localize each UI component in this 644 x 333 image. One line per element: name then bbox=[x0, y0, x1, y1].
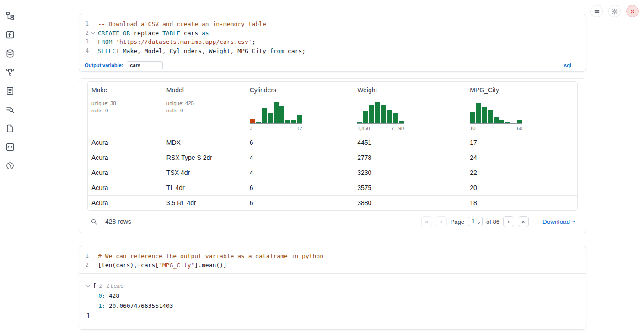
output-variable-label: Output variable: bbox=[85, 63, 123, 68]
datasources-panel-button[interactable] bbox=[4, 48, 16, 59]
code-line: 1# We can reference the output variable … bbox=[79, 252, 586, 261]
column-header[interactable]: MPG_City1060 bbox=[467, 82, 577, 135]
table-cell: Acura bbox=[88, 150, 164, 165]
table-cell: 4 bbox=[247, 150, 354, 165]
data-table: Makeunique: 38nulls: 0Modelunique: 425nu… bbox=[87, 81, 578, 211]
hist-bar[interactable] bbox=[250, 119, 255, 123]
code-line: 1-- Download a CSV and create an in-memo… bbox=[79, 20, 586, 29]
histogram-axis-labels: 1060 bbox=[470, 126, 522, 131]
code-text: CREATE OR replace TABLE cars as bbox=[98, 29, 586, 38]
settings-button[interactable] bbox=[608, 5, 621, 17]
close-icon bbox=[629, 8, 636, 15]
hist-bar[interactable] bbox=[274, 102, 279, 123]
document-icon bbox=[5, 124, 15, 133]
items-count: 2 Items bbox=[99, 281, 124, 291]
histogram: 1,8507,190 bbox=[357, 102, 464, 131]
table-cell: 6 bbox=[247, 135, 354, 150]
column-stats: unique: 425nulls: 0 bbox=[166, 100, 244, 114]
hist-bar[interactable] bbox=[387, 110, 392, 123]
sql-code-editor[interactable]: 1-- Download a CSV and create an in-memo… bbox=[79, 14, 586, 59]
first-page-button[interactable]: « bbox=[421, 216, 432, 227]
line-number: 2 bbox=[79, 261, 89, 270]
table-cell: RSX Type S 2dr bbox=[164, 150, 247, 165]
hist-bar[interactable] bbox=[399, 121, 404, 123]
hist-bar[interactable] bbox=[262, 108, 267, 123]
histogram-axis-labels: 1,8507,190 bbox=[357, 126, 404, 131]
hist-bar[interactable] bbox=[494, 117, 499, 123]
hist-bar[interactable] bbox=[279, 106, 284, 123]
search-list-panel-button[interactable] bbox=[4, 104, 16, 116]
help-panel-button[interactable] bbox=[4, 160, 16, 172]
table-row[interactable]: AcuraMDX6445117 bbox=[88, 135, 577, 150]
prev-page-button[interactable]: ‹ bbox=[436, 216, 447, 227]
output-variable-input[interactable] bbox=[127, 61, 163, 69]
table-row[interactable]: AcuraRSX Type S 2dr4277824 bbox=[88, 150, 577, 165]
notebook-content: 1-- Download a CSV and create an in-memo… bbox=[79, 14, 586, 330]
line-number: 3 bbox=[79, 37, 89, 47]
histogram: 312 bbox=[250, 102, 352, 131]
column-header[interactable]: Weight1,8507,190 bbox=[354, 82, 467, 135]
hist-bar[interactable] bbox=[256, 122, 261, 123]
column-header[interactable]: Makeunique: 38nulls: 0 bbox=[88, 82, 164, 135]
table-row[interactable]: AcuraTSX 4dr4323022 bbox=[88, 165, 577, 180]
hist-bar[interactable] bbox=[363, 111, 368, 123]
table-cell: 3230 bbox=[354, 165, 467, 180]
page-select[interactable]: 1 bbox=[468, 217, 483, 226]
histogram-bars bbox=[357, 102, 404, 124]
hist-bar[interactable] bbox=[517, 120, 522, 123]
download-button[interactable]: Download bbox=[542, 218, 575, 225]
gutter-spacer bbox=[89, 252, 98, 261]
collapse-toggle[interactable] bbox=[86, 285, 93, 287]
last-page-button[interactable]: » bbox=[518, 216, 529, 227]
hist-bar[interactable] bbox=[291, 120, 296, 123]
hist-bar[interactable] bbox=[369, 105, 374, 123]
open-bracket: [ bbox=[93, 281, 97, 291]
search-icon[interactable] bbox=[90, 218, 98, 226]
file-explorer-panel-button[interactable] bbox=[4, 10, 16, 22]
column-header[interactable]: Cylinders312 bbox=[247, 82, 354, 135]
hist-bar[interactable] bbox=[488, 110, 493, 123]
tree-entry-value: 20.060747663551403 bbox=[109, 301, 173, 311]
document-panel-button[interactable] bbox=[4, 122, 16, 134]
hist-bar[interactable] bbox=[285, 120, 290, 123]
hist-bar[interactable] bbox=[297, 115, 302, 123]
close-button[interactable] bbox=[626, 5, 639, 17]
hist-bar[interactable] bbox=[499, 120, 504, 123]
dependency-graph-panel-button[interactable] bbox=[4, 66, 16, 78]
page-label: Page bbox=[451, 218, 464, 225]
table-cell: 4451 bbox=[354, 135, 467, 150]
functions-panel-button[interactable] bbox=[4, 29, 16, 41]
logs-panel-button[interactable] bbox=[4, 85, 16, 97]
hist-bar[interactable] bbox=[357, 122, 362, 123]
gutter-spacer bbox=[89, 20, 98, 29]
code-text: # We can reference the output variable a… bbox=[98, 252, 586, 261]
code-line: 4SELECT Make, Model, Cylinders, Weight, … bbox=[79, 47, 586, 56]
table-cell: 20 bbox=[467, 180, 577, 196]
hist-bar[interactable] bbox=[482, 107, 487, 123]
hist-bar[interactable] bbox=[470, 112, 475, 123]
logs-icon bbox=[5, 86, 15, 95]
hist-bar[interactable] bbox=[268, 113, 273, 123]
hist-bar[interactable] bbox=[381, 105, 386, 123]
hist-min-label: 3 bbox=[250, 126, 252, 131]
tree-entry: 0: 428 bbox=[86, 291, 579, 301]
menu-button[interactable] bbox=[590, 5, 603, 17]
language-badge[interactable]: sql bbox=[564, 63, 571, 68]
column-name: MPG_City bbox=[470, 86, 574, 94]
code-line: 2[len(cars), cars["MPG_City"].mean()] bbox=[79, 261, 586, 270]
next-page-button[interactable]: › bbox=[503, 216, 514, 227]
python-code-editor[interactable]: 1# We can reference the output variable … bbox=[79, 246, 586, 273]
fold-indicator[interactable] bbox=[89, 29, 98, 38]
hist-bar[interactable] bbox=[505, 122, 510, 123]
gutter-spacer bbox=[89, 37, 98, 47]
snippets-panel-button[interactable] bbox=[4, 141, 16, 153]
tree-root-line: [ 2 Items bbox=[86, 281, 579, 291]
table-row[interactable]: Acura3.5 RL 4dr6388018 bbox=[88, 196, 577, 211]
table-row[interactable]: AcuraTL 4dr6357520 bbox=[88, 180, 577, 196]
hist-bar[interactable] bbox=[393, 113, 398, 123]
hist-bar[interactable] bbox=[375, 102, 380, 123]
table-cell: 6 bbox=[247, 180, 354, 196]
hist-bar[interactable] bbox=[476, 103, 481, 123]
column-header[interactable]: Modelunique: 425nulls: 0 bbox=[164, 82, 247, 135]
histogram-axis-labels: 312 bbox=[250, 126, 302, 131]
